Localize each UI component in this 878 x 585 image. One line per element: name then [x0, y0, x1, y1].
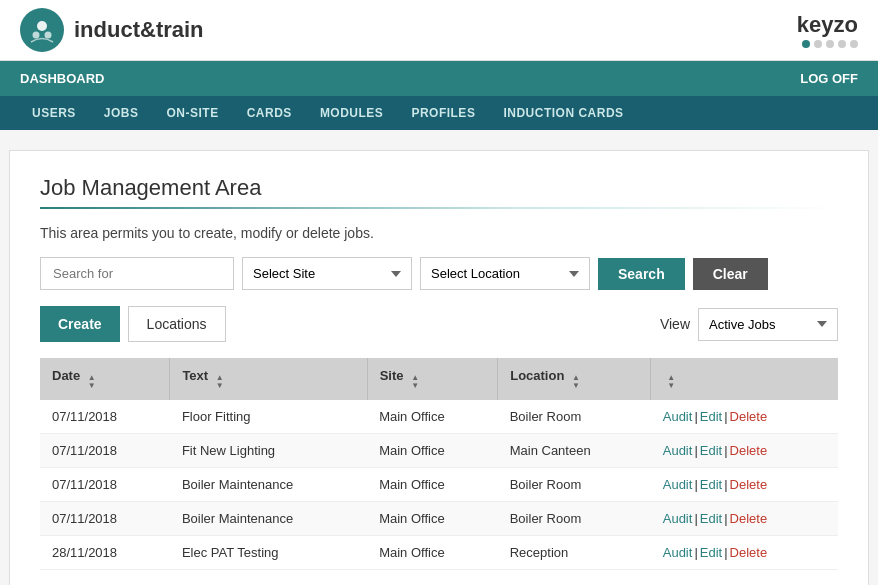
audit-link[interactable]: Audit	[663, 443, 693, 458]
svg-point-2	[45, 32, 52, 39]
table-row: 28/11/2018 Elec PAT Testing Main Office …	[40, 536, 838, 570]
col-actions: ▲▼	[651, 358, 838, 400]
table-row: 07/11/2018 Boiler Maintenance Main Offic…	[40, 468, 838, 502]
site-select[interactable]: Select Site	[242, 257, 412, 290]
top-header: induct&train keyzo	[0, 0, 878, 61]
nav-jobs[interactable]: JOBS	[92, 96, 151, 130]
edit-link[interactable]: Edit	[700, 443, 722, 458]
col-location: Location ▲▼	[498, 358, 651, 400]
view-label: View	[660, 316, 690, 332]
main-content: Job Management Area This area permits yo…	[9, 150, 869, 585]
cell-text: Elec PAT Testing	[170, 536, 367, 570]
audit-link[interactable]: Audit	[663, 511, 693, 526]
cell-location: Boiler Room	[498, 468, 651, 502]
logo-text: induct&train	[74, 17, 204, 43]
cell-site: Main Office	[367, 400, 498, 434]
nav-induction-cards[interactable]: INDUCTION CARDS	[491, 96, 635, 130]
cell-actions: Audit|Edit|Delete	[651, 468, 838, 502]
locations-button[interactable]: Locations	[128, 306, 226, 342]
description: This area permits you to create, modify …	[40, 225, 838, 241]
cell-location: Boiler Room	[498, 502, 651, 536]
delete-link[interactable]: Delete	[730, 477, 768, 492]
edit-link[interactable]: Edit	[700, 511, 722, 526]
cell-actions: Audit|Edit|Delete	[651, 536, 838, 570]
nav-modules[interactable]: MODULES	[308, 96, 396, 130]
delete-link[interactable]: Delete	[730, 511, 768, 526]
action-right: View Active Jobs All Jobs Inactive Jobs	[660, 308, 838, 341]
cell-date: 28/11/2018	[40, 536, 170, 570]
search-row: Select Site Select Location Search Clear	[40, 257, 838, 290]
edit-link[interactable]: Edit	[700, 409, 722, 424]
cell-date: 07/11/2018	[40, 434, 170, 468]
title-underline	[40, 207, 838, 209]
audit-link[interactable]: Audit	[663, 477, 693, 492]
table-body: 07/11/2018 Floor Fitting Main Office Boi…	[40, 400, 838, 570]
action-left: Create Locations	[40, 306, 226, 342]
nav-profiles[interactable]: PROFILES	[399, 96, 487, 130]
svg-point-0	[37, 21, 47, 31]
cell-actions: Audit|Edit|Delete	[651, 434, 838, 468]
logo-area: induct&train	[20, 8, 204, 52]
delete-link[interactable]: Delete	[730, 409, 768, 424]
cell-site: Main Office	[367, 502, 498, 536]
audit-link[interactable]: Audit	[663, 409, 693, 424]
edit-link[interactable]: Edit	[700, 477, 722, 492]
main-nav: USERS JOBS ON-SITE CARDS MODULES PROFILE…	[0, 96, 878, 130]
cell-text: Fit New Lighting	[170, 434, 367, 468]
cell-date: 07/11/2018	[40, 502, 170, 536]
cell-site: Main Office	[367, 434, 498, 468]
edit-link[interactable]: Edit	[700, 545, 722, 560]
logoff-link[interactable]: LOG OFF	[800, 61, 858, 96]
nav-cards[interactable]: CARDS	[235, 96, 304, 130]
keyzo-dots	[797, 40, 858, 48]
cell-date: 07/11/2018	[40, 400, 170, 434]
cell-site: Main Office	[367, 536, 498, 570]
nav-onsite[interactable]: ON-SITE	[155, 96, 231, 130]
col-site: Site ▲▼	[367, 358, 498, 400]
nav-users[interactable]: USERS	[20, 96, 88, 130]
clear-button[interactable]: Clear	[693, 258, 768, 290]
table-row: 07/11/2018 Floor Fitting Main Office Boi…	[40, 400, 838, 434]
table-head: Date ▲▼ Text ▲▼ Site ▲▼ Location ▲▼ ▲▼	[40, 358, 838, 400]
cell-site: Main Office	[367, 468, 498, 502]
col-text: Text ▲▼	[170, 358, 367, 400]
table-row: 07/11/2018 Fit New Lighting Main Office …	[40, 434, 838, 468]
search-input[interactable]	[40, 257, 234, 290]
cell-location: Reception	[498, 536, 651, 570]
cell-actions: Audit|Edit|Delete	[651, 502, 838, 536]
location-select[interactable]: Select Location	[420, 257, 590, 290]
action-row: Create Locations View Active Jobs All Jo…	[40, 306, 838, 342]
cell-actions: Audit|Edit|Delete	[651, 400, 838, 434]
svg-point-1	[33, 32, 40, 39]
delete-link[interactable]: Delete	[730, 545, 768, 560]
search-button[interactable]: Search	[598, 258, 685, 290]
cell-location: Boiler Room	[498, 400, 651, 434]
cell-text: Boiler Maintenance	[170, 502, 367, 536]
cell-text: Boiler Maintenance	[170, 468, 367, 502]
page-title: Job Management Area	[40, 175, 838, 201]
audit-link[interactable]: Audit	[663, 545, 693, 560]
dashboard-link[interactable]: DASHBOARD	[20, 61, 105, 96]
table-row: 07/11/2018 Boiler Maintenance Main Offic…	[40, 502, 838, 536]
cell-location: Main Canteen	[498, 434, 651, 468]
view-select[interactable]: Active Jobs All Jobs Inactive Jobs	[698, 308, 838, 341]
cell-date: 07/11/2018	[40, 468, 170, 502]
delete-link[interactable]: Delete	[730, 443, 768, 458]
keyzo-brand: keyzo	[797, 12, 858, 48]
col-date: Date ▲▼	[40, 358, 170, 400]
jobs-table: Date ▲▼ Text ▲▼ Site ▲▼ Location ▲▼ ▲▼ 0…	[40, 358, 838, 570]
dashboard-nav: DASHBOARD LOG OFF	[0, 61, 878, 96]
create-button[interactable]: Create	[40, 306, 120, 342]
logo-icon	[20, 8, 64, 52]
cell-text: Floor Fitting	[170, 400, 367, 434]
keyzo-name: keyzo	[797, 12, 858, 38]
